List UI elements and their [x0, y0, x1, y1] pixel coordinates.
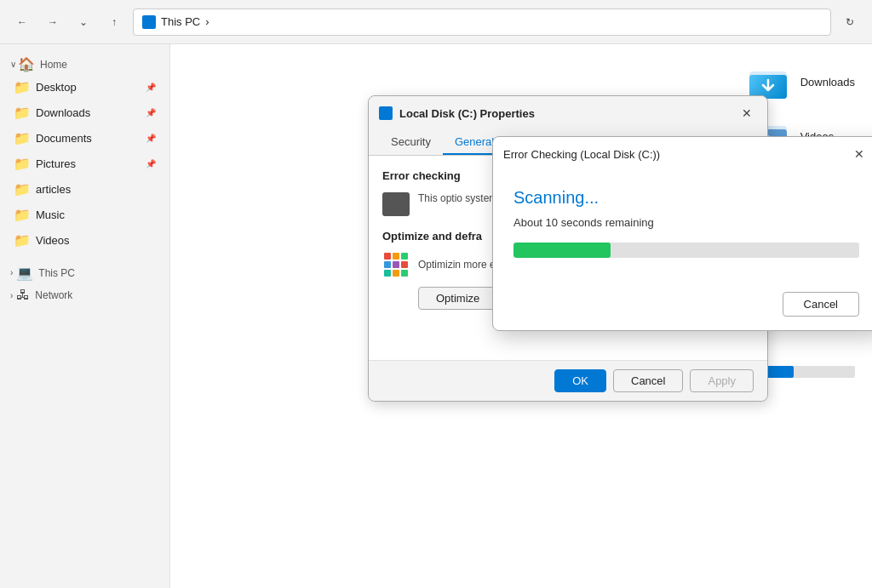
sq1: [384, 253, 391, 260]
history-button[interactable]: ⌄: [72, 10, 95, 34]
sidebar-item-videos[interactable]: 📁 Videos: [3, 228, 166, 253]
title-bar-right: ↻: [838, 10, 862, 34]
sq5: [393, 261, 399, 268]
sidebar-item-downloads[interactable]: 📁 Downloads 📌: [3, 100, 166, 125]
sidebar-home-header[interactable]: ∨ 🏠 Home: [0, 51, 169, 74]
sq8: [393, 270, 399, 277]
error-dialog-title: Error Checking (Local Disk (C:)): [503, 148, 842, 161]
downloads-folder-icon: 📁: [14, 105, 31, 121]
defrag-squares: [384, 253, 408, 277]
sidebar: ∨ 🏠 Home 📁 Desktop 📌 📁 Downloads 📌 📁 Doc…: [0, 44, 170, 588]
sq3: [401, 253, 408, 260]
pictures-pin-icon: 📌: [146, 159, 156, 168]
properties-close-button[interactable]: ✕: [737, 103, 757, 123]
properties-title-icon: [379, 106, 393, 120]
sidebar-home-label: Home: [40, 59, 67, 71]
cancel-button[interactable]: Cancel: [613, 369, 683, 392]
sidebar-item-music[interactable]: 📁 Music: [3, 203, 166, 227]
title-bar: ← → ⌄ ↑ This PC › ↻: [0, 0, 872, 44]
sidebar-item-documents[interactable]: 📁 Documents 📌: [3, 126, 166, 151]
error-dialog-close-button[interactable]: ✕: [849, 144, 869, 164]
main-layout: ∨ 🏠 Home 📁 Desktop 📌 📁 Downloads 📌 📁 Doc…: [0, 44, 872, 588]
hdd-icon: [382, 192, 410, 216]
music-folder-icon: 📁: [14, 207, 31, 223]
desktop-folder-icon: 📁: [14, 79, 31, 95]
ok-button[interactable]: OK: [554, 369, 606, 392]
sidebar-articles-label: articles: [36, 183, 71, 196]
progress-bar-fill: [513, 243, 611, 258]
sidebar-pictures-label: Pictures: [36, 157, 76, 170]
sq7: [384, 270, 391, 277]
sidebar-music-label: Music: [36, 208, 65, 221]
defrag-icon: [382, 251, 410, 278]
sidebar-network-header[interactable]: › 🖧 Network: [0, 283, 169, 305]
tab-security[interactable]: Security: [379, 130, 443, 155]
thispc-icon: 💻: [16, 265, 33, 281]
sq6: [401, 261, 408, 268]
sidebar-item-pictures[interactable]: 📁 Pictures 📌: [3, 151, 166, 176]
address-bar[interactable]: This PC ›: [133, 9, 831, 36]
error-dialog-titlebar: Error Checking (Local Disk (C:)) ✕: [493, 137, 872, 171]
up-button[interactable]: ↑: [102, 10, 126, 34]
scanning-subtitle: About 10 seconds remaining: [513, 216, 859, 229]
sidebar-thispc-header[interactable]: › 💻 This PC: [0, 260, 169, 283]
refresh-button[interactable]: ↻: [838, 10, 862, 34]
address-separator: ›: [205, 15, 209, 28]
sq9: [401, 270, 408, 277]
thispc-chevron: ›: [10, 268, 13, 277]
address-text: This PC: [161, 15, 200, 28]
sq2: [393, 253, 399, 260]
apply-button[interactable]: Apply: [690, 369, 754, 392]
sidebar-item-desktop[interactable]: 📁 Desktop 📌: [3, 75, 166, 100]
sidebar-thispc-label: This PC: [38, 267, 75, 279]
properties-title-text: Local Disk (C:) Properties: [399, 107, 730, 120]
sidebar-downloads-label: Downloads: [36, 106, 90, 119]
content-area: Downloads Videos Mac' (Z:): [170, 44, 872, 588]
articles-folder-icon: 📁: [14, 181, 31, 197]
videos-folder-icon: 📁: [14, 232, 31, 248]
sidebar-documents-label: Documents: [36, 132, 92, 145]
sidebar-videos-label: Videos: [36, 234, 70, 247]
sq4: [384, 261, 391, 268]
downloads-label: Downloads: [800, 76, 855, 88]
error-dialog-body: Scanning... About 10 seconds remaining: [493, 171, 872, 285]
address-icon: [142, 15, 156, 29]
sidebar-item-articles[interactable]: 📁 articles: [3, 177, 166, 202]
forward-button[interactable]: →: [41, 10, 65, 34]
pictures-folder-icon: 📁: [14, 156, 31, 172]
properties-dialog-titlebar: Local Disk (C:) Properties ✕: [369, 96, 767, 130]
downloads-pin-icon: 📌: [146, 108, 156, 117]
sidebar-network-label: Network: [35, 289, 72, 301]
home-chevron: ∨: [10, 60, 16, 69]
home-icon: 🏠: [18, 56, 35, 72]
back-button[interactable]: ←: [10, 10, 34, 34]
documents-folder-icon: 📁: [14, 130, 31, 146]
error-cancel-button[interactable]: Cancel: [783, 292, 859, 317]
sidebar-desktop-label: Desktop: [36, 81, 77, 94]
error-checking-dialog: Error Checking (Local Disk (C:)) ✕ Scann…: [492, 136, 872, 331]
documents-pin-icon: 📌: [146, 134, 156, 143]
error-dialog-footer: Cancel: [493, 285, 872, 330]
optimize-button[interactable]: Optimize: [418, 287, 497, 310]
scanning-title: Scanning...: [513, 188, 859, 208]
progress-bar-container: [513, 243, 859, 258]
network-icon: 🖧: [16, 288, 30, 303]
desktop-pin-icon: 📌: [146, 83, 156, 92]
properties-dialog-footer: OK Cancel Apply: [369, 360, 767, 401]
network-chevron: ›: [10, 291, 13, 300]
